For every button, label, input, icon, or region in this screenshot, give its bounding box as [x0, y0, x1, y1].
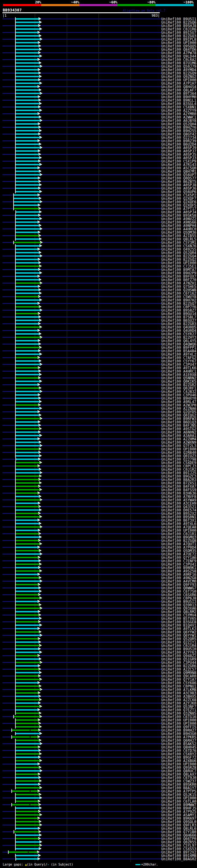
alignment-bar[interactable] [16, 784, 38, 785]
alignment-bar[interactable] [16, 435, 39, 436]
alignment-bar[interactable] [16, 645, 39, 646]
alignment-bar[interactable] [16, 18, 38, 20]
alignment-bar[interactable] [16, 750, 38, 751]
alignment-bar[interactable] [16, 669, 38, 670]
alignment-bar[interactable] [16, 533, 38, 534]
alignment-bar[interactable] [16, 62, 39, 64]
alignment-bar[interactable] [16, 624, 39, 626]
alignment-bar[interactable] [16, 550, 39, 552]
alignment-bar[interactable] [16, 191, 39, 192]
alignment-bar[interactable] [16, 756, 38, 758]
alignment-bar[interactable] [16, 425, 38, 426]
alignment-bar[interactable] [16, 502, 38, 504]
alignment-bar[interactable] [16, 228, 40, 230]
alignment-bar[interactable] [16, 235, 38, 237]
alignment-bar[interactable] [16, 28, 39, 30]
alignment-bar[interactable] [16, 248, 38, 250]
alignment-bar[interactable] [16, 93, 40, 94]
alignment-bar[interactable] [16, 133, 38, 135]
alignment-bar[interactable] [16, 262, 38, 264]
alignment-bar[interactable] [16, 462, 39, 463]
alignment-bar[interactable] [16, 360, 39, 362]
alignment-bar[interactable] [16, 231, 38, 233]
alignment-bar[interactable] [14, 242, 40, 243]
alignment-bar[interactable] [16, 648, 38, 650]
alignment-bar[interactable] [16, 560, 38, 562]
alignment-bar[interactable] [16, 526, 40, 528]
alignment-bar[interactable] [16, 323, 38, 324]
alignment-bar[interactable] [16, 79, 38, 81]
alignment-bar[interactable] [16, 55, 39, 57]
alignment-bar[interactable] [16, 330, 38, 331]
alignment-bar[interactable] [16, 72, 38, 74]
alignment-bar[interactable] [16, 655, 38, 656]
alignment-bar[interactable] [16, 817, 38, 819]
alignment-bar[interactable] [16, 106, 38, 108]
alignment-bar[interactable] [16, 225, 39, 226]
alignment-bar[interactable] [16, 306, 39, 308]
alignment-bar[interactable] [16, 675, 38, 677]
alignment-bar[interactable] [16, 699, 39, 701]
alignment-bar[interactable] [16, 530, 38, 531]
alignment-bar[interactable] [16, 184, 39, 186]
alignment-bar[interactable] [16, 489, 39, 491]
alignment-bar[interactable] [14, 716, 39, 717]
alignment-bar[interactable] [16, 601, 38, 602]
alignment-bar[interactable] [16, 523, 39, 524]
alignment-bar[interactable] [16, 340, 38, 341]
alignment-bar[interactable] [16, 404, 38, 406]
alignment-bar[interactable] [16, 448, 39, 450]
alignment-bar[interactable] [16, 276, 38, 277]
alignment-bar[interactable] [16, 807, 39, 809]
alignment-bar[interactable] [16, 591, 39, 592]
alignment-bar[interactable] [16, 858, 38, 860]
alignment-bar[interactable] [16, 574, 38, 575]
alignment-bar[interactable] [16, 838, 38, 839]
alignment-bar[interactable] [12, 790, 38, 792]
alignment-bar[interactable] [12, 804, 38, 805]
alignment-bar[interactable] [16, 672, 39, 673]
alignment-bar[interactable] [16, 215, 38, 216]
alignment-bar[interactable] [16, 394, 38, 396]
alignment-bar[interactable] [16, 445, 40, 446]
alignment-bar[interactable] [16, 767, 39, 768]
alignment-bar[interactable] [16, 553, 40, 555]
alignment-bar[interactable] [16, 567, 38, 568]
alignment-bar[interactable] [16, 479, 38, 480]
alignment-bar[interactable] [16, 753, 39, 755]
alignment-bar[interactable] [14, 205, 38, 206]
subject-id-label[interactable]: UniRef100_B8AG02 [161, 858, 196, 861]
alignment-bar[interactable] [16, 621, 38, 623]
alignment-bar[interactable] [16, 652, 39, 653]
alignment-bar[interactable] [16, 52, 38, 54]
alignment-bar[interactable] [16, 35, 39, 37]
alignment-bar[interactable] [14, 208, 38, 209]
alignment-bar[interactable] [16, 770, 40, 772]
alignment-bar[interactable] [16, 726, 39, 727]
alignment-bar[interactable] [16, 702, 38, 704]
alignment-bar[interactable] [16, 130, 39, 131]
alignment-bar[interactable] [16, 380, 39, 382]
alignment-bar[interactable] [16, 689, 40, 690]
alignment-bar[interactable] [16, 211, 39, 213]
alignment-bar[interactable] [16, 679, 39, 680]
alignment-bar[interactable] [16, 452, 38, 453]
alignment-bar[interactable] [16, 414, 39, 416]
alignment-bar[interactable] [16, 604, 39, 606]
alignment-bar[interactable] [16, 299, 39, 301]
alignment-bar[interactable] [16, 221, 38, 223]
alignment-bar[interactable] [16, 333, 39, 335]
alignment-bar[interactable] [16, 723, 38, 724]
alignment-bar[interactable] [16, 99, 38, 101]
alignment-bar[interactable] [16, 506, 38, 507]
alignment-bar[interactable] [16, 834, 39, 836]
alignment-bar[interactable] [16, 350, 38, 352]
alignment-bar[interactable] [16, 486, 38, 487]
alignment-bar[interactable] [16, 543, 39, 545]
alignment-bar[interactable] [16, 587, 38, 589]
alignment-bar[interactable] [12, 730, 38, 731]
alignment-bar[interactable] [16, 658, 39, 660]
alignment-bar[interactable] [16, 577, 39, 579]
alignment-bar[interactable] [16, 320, 39, 321]
alignment-bar[interactable] [16, 787, 39, 788]
